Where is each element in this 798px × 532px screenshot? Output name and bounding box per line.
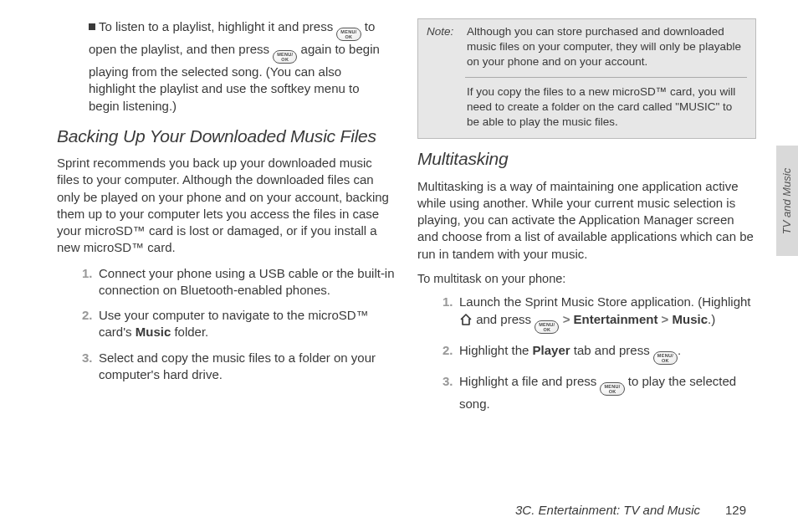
left-column: To listen to a playlist, highlight it an… — [57, 18, 396, 421]
backup-paragraph: Sprint recommends you back up your downl… — [57, 155, 396, 257]
menu-ok-icon: MENU/OK — [600, 382, 624, 396]
square-bullet-icon — [89, 23, 95, 30]
step-item: 1.Connect your phone using a USB cable o… — [82, 265, 396, 299]
bullet-text-1: To listen to a playlist, highlight it an… — [99, 19, 336, 33]
chevron-right-icon: > — [563, 312, 570, 326]
note-text-2: If you copy the files to a new microSD™ … — [467, 84, 747, 130]
page-number: 129 — [725, 503, 746, 517]
section-side-tab: TV and Music — [776, 146, 798, 256]
right-column: Note: Although you can store purchased a… — [417, 18, 756, 421]
footer-section-title: 3C. Entertainment: TV and Music — [515, 503, 700, 517]
step-number: 3. — [442, 373, 453, 390]
step-item: 3. Highlight a file and press MENU/OK to… — [442, 373, 756, 412]
step-number: 3. — [82, 350, 93, 366]
backup-steps: 1.Connect your phone using a USB cable o… — [82, 265, 396, 384]
menu-ok-icon: MENU/OK — [273, 50, 297, 64]
note-divider — [465, 77, 747, 78]
section-heading-backup: Backing Up Your Downloaded Music Files — [57, 125, 396, 148]
step-text: Select and copy the music files to a fol… — [99, 350, 376, 381]
step-text: Highlight a file and press MENU/OK to pl… — [459, 374, 736, 411]
chevron-right-icon: > — [662, 312, 669, 326]
home-icon — [459, 314, 473, 325]
menu-ok-icon: MENU/OK — [535, 320, 559, 334]
note-label: Note: — [427, 24, 460, 70]
step-text: Connect your phone using a USB cable or … — [99, 266, 395, 297]
step-item: 3.Select and copy the music files to a f… — [82, 350, 396, 384]
step-number: 2. — [442, 342, 453, 359]
playlist-bullet: To listen to a playlist, highlight it an… — [89, 18, 396, 115]
menu-ok-icon: MENU/OK — [336, 28, 361, 41]
side-tab-label: TV and Music — [781, 167, 794, 233]
page-footer: 3C. Entertainment: TV and Music 129 — [515, 503, 746, 517]
step-number: 1. — [442, 294, 453, 310]
step-text: Launch the Sprint Music Store applicatio… — [459, 294, 751, 325]
multitask-lead: To multitask on your phone: — [417, 271, 756, 288]
note-text-1: Although you can store purchased and dow… — [467, 24, 747, 70]
step-number: 2. — [82, 307, 93, 324]
step-item: 2. Highlight the Player tab and press ME… — [442, 342, 756, 365]
section-heading-multitasking: Multitasking — [417, 147, 756, 171]
step-item: 1. Launch the Sprint Music Store applica… — [442, 294, 756, 333]
step-text: Highlight the Player tab and press MENU/… — [459, 343, 681, 357]
step-number: 1. — [82, 265, 93, 282]
note-box: Note: Although you can store purchased a… — [417, 18, 756, 139]
multitasking-paragraph: Multitasking is a way of maintaining one… — [417, 178, 756, 263]
step-item: 2.Use your computer to navigate to the m… — [82, 307, 396, 341]
step-text: Use your computer to navigate to the mic… — [99, 308, 369, 339]
multitask-steps: 1. Launch the Sprint Music Store applica… — [442, 294, 756, 412]
menu-ok-icon: MENU/OK — [653, 351, 678, 365]
page-content: To listen to a playlist, highlight it an… — [0, 0, 798, 421]
